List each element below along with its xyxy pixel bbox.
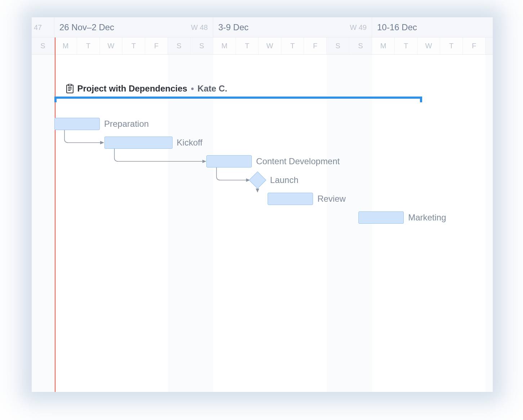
- day-header-cell: M: [54, 37, 77, 54]
- weekend-column: [32, 55, 54, 392]
- day-header-cell: T: [236, 37, 259, 54]
- week-header-cell: 26 Nov–2 DecW 48: [54, 17, 213, 37]
- week-range-label: 10-16 Dec: [377, 22, 417, 32]
- day-header-cell: T: [281, 37, 304, 54]
- project-name: Project with Dependencies: [77, 84, 187, 94]
- project-header[interactable]: Project with Dependencies • Kate C.: [66, 84, 228, 94]
- week-number-label: W 49: [350, 23, 367, 31]
- weekend-column: [486, 55, 493, 392]
- day-header-cell: S: [191, 37, 213, 54]
- day-header-cell: W: [417, 37, 440, 54]
- day-header-cell: S: [327, 37, 349, 54]
- day-header-cell: F: [304, 37, 327, 54]
- day-header-cell: T: [395, 37, 417, 54]
- week-header-cell: 3-9 DecW 49: [213, 17, 372, 37]
- weekend-column: [168, 55, 191, 392]
- gantt-chart[interactable]: Project with Dependencies • Kate C. Prep…: [32, 55, 493, 392]
- clipboard-icon: [66, 84, 74, 93]
- day-header-cell: M: [372, 37, 395, 54]
- week-range-label: 3-9 Dec: [218, 22, 249, 32]
- day-header-cell: W: [100, 37, 122, 54]
- weeks-header: 4726 Nov–2 DecW 483-9 DecW 4910-16 Dec: [32, 17, 493, 37]
- task-label: Kickoff: [177, 138, 203, 148]
- svg-rect-1: [68, 84, 71, 86]
- week-range-label: 26 Nov–2 Dec: [59, 22, 114, 32]
- day-header-cell: T: [122, 37, 145, 54]
- week-header-cell: 47: [32, 17, 54, 37]
- task-bar-content[interactable]: [206, 155, 252, 167]
- project-span-bar[interactable]: [54, 97, 422, 99]
- task-label: Review: [317, 194, 346, 204]
- task-bar-marketing[interactable]: [358, 211, 404, 224]
- task-bar-kickoff[interactable]: [104, 137, 173, 149]
- task-bar-preparation[interactable]: [54, 118, 100, 130]
- day-header-cell: T: [440, 37, 463, 54]
- project-owner: Kate C.: [197, 84, 227, 94]
- day-header-cell: F: [145, 37, 168, 54]
- task-label: Preparation: [104, 119, 149, 129]
- task-label: Launch: [270, 175, 299, 185]
- day-header-cell: W: [259, 37, 281, 54]
- today-indicator: [55, 37, 55, 55]
- day-header-cell: F: [463, 37, 486, 54]
- task-label: Content Development: [256, 156, 340, 166]
- dependency-arrow: [216, 167, 250, 180]
- day-header-cell: M: [213, 37, 236, 54]
- week-header-cell: 10-16 Dec: [372, 17, 493, 37]
- day-header-cell: S: [168, 37, 191, 54]
- today-indicator: [55, 55, 55, 392]
- weekend-column: [327, 55, 349, 392]
- dependency-arrow: [64, 130, 104, 143]
- weekend-column: [191, 55, 213, 392]
- days-header: SMTWTFSSMTWTFSSMTWTFS: [32, 37, 493, 55]
- day-header-cell: S: [349, 37, 372, 54]
- day-header-cell: S: [486, 37, 493, 54]
- day-header-cell: S: [32, 37, 54, 54]
- gantt-card: 4726 Nov–2 DecW 483-9 DecW 4910-16 Dec S…: [32, 17, 493, 392]
- dependency-lines: [32, 55, 493, 392]
- task-label: Marketing: [408, 213, 446, 223]
- milestone-launch[interactable]: [251, 174, 264, 186]
- week-number-label: W 48: [191, 23, 208, 31]
- task-bar-review[interactable]: [268, 193, 313, 205]
- separator-dot: •: [191, 84, 194, 94]
- week-number-label: 47: [34, 23, 42, 31]
- day-header-cell: T: [77, 37, 100, 54]
